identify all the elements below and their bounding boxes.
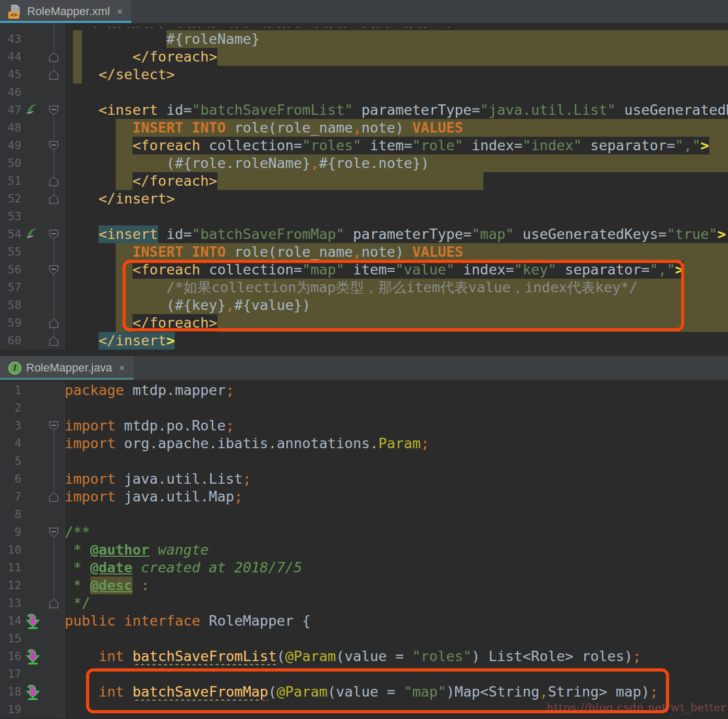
fold-marker[interactable] — [49, 265, 58, 275]
fold-marker[interactable] — [49, 336, 58, 346]
fold-marker[interactable] — [49, 230, 58, 239]
code-line[interactable]: 7import java.util.Map; — [0, 488, 728, 506]
line-number: 7 — [0, 488, 23, 506]
code-line[interactable]: 12 * @desc : — [0, 577, 728, 594]
code-line[interactable]: 18 int batchSaveFromMap(@Param(value = "… — [0, 683, 728, 701]
code-line[interactable]: 4import org.apache.ibatis.annotations.Pa… — [0, 435, 728, 452]
fold-marker[interactable] — [49, 105, 58, 115]
gutter: 58 — [0, 296, 65, 314]
gutter: 10 — [0, 541, 65, 559]
line-number: 46 — [0, 83, 23, 101]
code-line[interactable]: 53 — [0, 208, 728, 225]
code-line[interactable]: 56 <foreach collection="map" item="value… — [0, 261, 728, 279]
tab-rolemapper-xml[interactable]: <> RoleMapper.xml × — [0, 0, 131, 23]
line-number: 2 — [0, 399, 23, 417]
fold-marker[interactable] — [49, 176, 58, 186]
mybatis-bird-icon[interactable] — [23, 225, 41, 243]
line-number: 48 — [0, 119, 23, 137]
mapper-arrow-icon[interactable] — [23, 683, 41, 701]
xml-badge: <> — [8, 11, 19, 19]
code-line[interactable]: 8 — [0, 506, 728, 523]
code-line[interactable]: 16 int batchSaveFromList(@Param(value = … — [0, 648, 728, 665]
close-icon[interactable]: × — [119, 363, 125, 373]
java-editor-tabbar: I RoleMapper.java × — [0, 356, 728, 380]
gutter: 19 — [0, 701, 65, 718]
gutter: 56 — [0, 261, 65, 279]
line-number: 55 — [0, 243, 23, 261]
gutter: 2 — [0, 399, 65, 417]
fold-marker[interactable] — [49, 141, 58, 151]
fold-marker[interactable] — [49, 598, 58, 608]
code-line[interactable]: 43 #{roleName} — [0, 30, 728, 48]
line-number: 56 — [0, 261, 23, 279]
gutter: 55 — [0, 243, 65, 261]
code-line[interactable]: 60 </insert> — [0, 332, 728, 350]
code-line[interactable]: 59 </foreach> — [0, 314, 728, 332]
code-line[interactable]: 11 * @date created at 2018/7/5 — [0, 559, 728, 577]
line-number: 52 — [0, 190, 23, 208]
code-line[interactable]: 14public interface RoleMapper { — [0, 612, 728, 630]
code-line[interactable]: 54 <insert id="batchSaveFromMap" paramet… — [0, 225, 728, 243]
code-line[interactable]: 45 </select> — [0, 66, 728, 83]
gutter: 11 — [0, 559, 65, 577]
gutter: 51 — [0, 172, 65, 190]
code-line[interactable]: 51 </foreach> — [0, 172, 728, 190]
code-line[interactable]: 10 * @author wangte — [0, 541, 728, 559]
code-line[interactable]: 58 (#{key},#{value}) — [0, 296, 728, 314]
fold-marker[interactable] — [49, 194, 58, 204]
close-icon[interactable]: × — [117, 6, 123, 17]
line-number: 10 — [0, 541, 23, 559]
line-number: 5 — [0, 452, 23, 470]
fold-marker[interactable] — [49, 52, 58, 62]
fold-marker[interactable] — [49, 528, 58, 537]
code-line[interactable]: 17 — [0, 665, 728, 683]
code-line[interactable]: 3import mtdp.po.Role; — [0, 417, 728, 435]
code-line[interactable]: 50 (#{role.roleName},#{role.note}) — [0, 154, 728, 172]
gutter: 7 — [0, 488, 65, 506]
line-number: 47 — [0, 101, 23, 119]
mybatis-bird-icon[interactable] — [23, 101, 41, 119]
xml-editor[interactable]: - --- --- -- - - --- -- -- - -- --- - - … — [0, 23, 728, 356]
code-line[interactable]: 2 — [0, 399, 728, 417]
fold-marker[interactable] — [49, 70, 58, 80]
code-line[interactable]: 46 — [0, 83, 728, 101]
tab-label: RoleMapper.java — [26, 361, 112, 375]
fold-marker[interactable] — [49, 421, 58, 431]
code-line[interactable]: 13 */ — [0, 594, 728, 612]
line-number: 3 — [0, 417, 23, 435]
code-line[interactable]: 48 INSERT INTO role(role_name,note) VALU… — [0, 119, 728, 137]
fold-marker[interactable] — [49, 492, 58, 502]
code-line[interactable]: 44 </foreach> — [0, 48, 728, 66]
code-line[interactable]: 57 /*如果collection为map类型，那么item代表value，in… — [0, 279, 728, 296]
line-number: 49 — [0, 137, 23, 154]
line-number: 16 — [0, 648, 23, 665]
gutter: 48 — [0, 119, 65, 137]
line-number: 19 — [0, 701, 23, 718]
gutter: 57 — [0, 279, 65, 296]
gutter: 47 — [0, 101, 65, 119]
line-number: 4 — [0, 435, 23, 452]
code-line[interactable]: 55 INSERT INTO role(role_name,note) VALU… — [0, 243, 728, 261]
code-line[interactable]: 1package mtdp.mapper; — [0, 381, 728, 399]
code-line[interactable]: 15 — [0, 630, 728, 648]
gutter: 8 — [0, 506, 65, 523]
mapper-arrow-icon[interactable] — [23, 612, 41, 630]
tab-rolemapper-java[interactable]: I RoleMapper.java × — [0, 356, 134, 380]
code-line[interactable]: 9/** — [0, 523, 728, 541]
code-line[interactable]: 47 <insert id="batchSaveFromList" parame… — [0, 101, 728, 119]
line-number: 18 — [0, 683, 23, 701]
line-number: 50 — [0, 154, 23, 172]
code-line[interactable]: 49 <foreach collection="roles" item="rol… — [0, 137, 728, 154]
code-line[interactable]: 52 </insert> — [0, 190, 728, 208]
line-number: 51 — [0, 172, 23, 190]
code-line[interactable]: 5 — [0, 452, 728, 470]
line-number: 59 — [0, 314, 23, 332]
code-line[interactable]: 6import java.util.List; — [0, 470, 728, 488]
fold-marker[interactable] — [49, 318, 58, 328]
gutter: 54 — [0, 225, 65, 243]
gutter: 18 — [0, 683, 65, 701]
java-editor[interactable]: 1package mtdp.mapper;23import mtdp.po.Ro… — [0, 380, 728, 719]
mapper-arrow-icon[interactable] — [23, 648, 41, 665]
code-line[interactable]: - --- --- -- - - --- -- -- - -- --- - - … — [0, 23, 728, 30]
line-number: 15 — [0, 630, 23, 648]
